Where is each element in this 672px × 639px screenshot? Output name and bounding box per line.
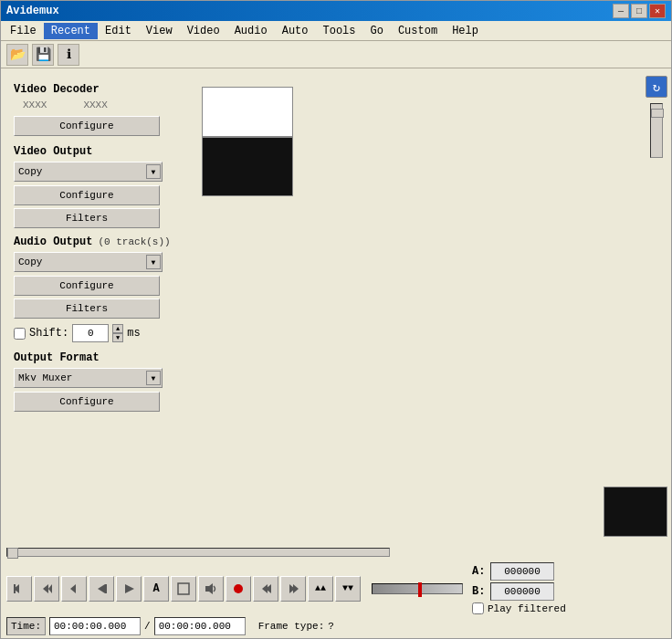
vertical-slider[interactable] [650, 103, 663, 158]
preview-black-area [202, 137, 293, 196]
video-output-filters-button[interactable]: Filters [14, 208, 160, 228]
status-bar: Time: 00:00:00.000 / 00:00:00.000 Frame … [6, 614, 666, 638]
prev-frame-button[interactable] [61, 576, 87, 602]
toolbar: 📂 💾 ℹ [1, 41, 671, 68]
play-filtered-row: Play filtered [472, 602, 566, 614]
a-marker-button[interactable]: A [143, 576, 169, 602]
controls-row: A [6, 562, 666, 614]
audio-output-label-row: Audio Output (0 track(s)) [14, 236, 180, 248]
close-button[interactable]: ✕ [649, 4, 666, 18]
svg-rect-1 [14, 584, 16, 593]
bottom-controls: A [1, 540, 671, 638]
video-output-configure-button[interactable]: Configure [14, 185, 160, 205]
transport-controls: A [6, 576, 361, 602]
volume-area [372, 583, 463, 594]
volume-track[interactable] [372, 583, 463, 594]
window-title: Avidemux [6, 5, 59, 17]
menu-tools[interactable]: Tools [316, 23, 363, 39]
step-back-button[interactable] [34, 576, 59, 602]
slow-button[interactable]: ▲▲ [308, 576, 333, 602]
shift-checkbox[interactable] [14, 328, 26, 340]
audio-output-dropdown[interactable]: Copy AAC MP3 AC3 [14, 252, 163, 272]
audio-output-filters-button[interactable]: Filters [14, 299, 160, 319]
video-output-dropdown[interactable]: Copy MPEG-4 AVC MPEG-4 ASP FFV1 [14, 162, 163, 182]
a-input[interactable] [490, 562, 554, 581]
shift-input[interactable] [72, 324, 109, 342]
output-format-label: Output Format [14, 351, 180, 364]
b-input[interactable] [490, 582, 554, 601]
clear-button[interactable] [171, 576, 196, 602]
menu-go[interactable]: Go [363, 23, 391, 39]
skip-forward-button[interactable] [280, 576, 306, 602]
svg-marker-14 [293, 584, 299, 593]
left-panel: Video Decoder XXXX XXXX Configure Video … [1, 68, 193, 540]
info-button[interactable]: ℹ [58, 44, 79, 66]
output-format-dropdown[interactable]: Mkv Muxer AVI Muxer MP4 Muxer [14, 368, 163, 388]
volume-thumb [418, 582, 422, 597]
video-output-dropdown-wrap: Copy MPEG-4 AVC MPEG-4 ASP FFV1 ▼ [14, 162, 163, 182]
shift-spin-buttons: ▲ ▼ [112, 324, 123, 342]
seek-track[interactable] [6, 548, 390, 557]
menu-video[interactable]: Video [180, 23, 227, 39]
video-decoder-configure-button[interactable]: Configure [14, 116, 160, 136]
menu-recent[interactable]: Recent [44, 23, 98, 39]
svg-rect-6 [105, 584, 107, 593]
skip-back-button[interactable] [253, 576, 278, 602]
right-controls: A: B: Play filtered [472, 562, 566, 614]
audio-output-configure-button[interactable]: Configure [14, 276, 160, 296]
refresh-button[interactable]: ↻ [646, 76, 667, 98]
rewind-start-button[interactable] [6, 576, 32, 602]
svg-point-10 [234, 584, 243, 593]
preview-white-area [202, 87, 293, 137]
title-bar: Avidemux — □ ✕ [1, 1, 671, 21]
right-panel: ↻ [193, 68, 671, 540]
save-button[interactable]: 💾 [32, 44, 54, 66]
b-label: B: [472, 585, 487, 598]
track-count: (0 track(s)) [98, 236, 170, 247]
menu-auto[interactable]: Auto [275, 23, 316, 39]
seek-thumb[interactable] [7, 548, 18, 559]
shift-row: Shift: ▲ ▼ ms [14, 324, 180, 342]
svg-marker-2 [43, 584, 48, 593]
a-marker-row: A: [472, 562, 566, 581]
menu-view[interactable]: View [139, 23, 180, 39]
open-file-button[interactable]: 📂 [6, 44, 28, 66]
menu-audio[interactable]: Audio [227, 23, 275, 39]
svg-rect-8 [178, 583, 189, 594]
frame-type-value: ? [328, 621, 334, 632]
vertical-slider-thumb [651, 109, 664, 118]
record-button[interactable] [226, 576, 251, 602]
decoder-values-row: XXXX XXXX [23, 100, 180, 110]
maximize-button[interactable]: □ [631, 4, 647, 18]
main-window: Avidemux — □ ✕ File Recent Edit View Vid… [0, 0, 672, 639]
window-controls: — □ ✕ [613, 4, 666, 18]
menu-custom[interactable]: Custom [391, 23, 445, 39]
video-decoder-label: Video Decoder [14, 83, 180, 96]
menu-edit[interactable]: Edit [98, 23, 139, 39]
decoder-value-2: XXXX [83, 100, 107, 110]
play-filtered-checkbox[interactable] [472, 602, 484, 614]
menu-help[interactable]: Help [445, 23, 486, 39]
shift-unit: ms [127, 327, 140, 340]
svg-marker-4 [70, 584, 76, 593]
svg-marker-7 [125, 584, 134, 593]
main-content: Video Decoder XXXX XXXX Configure Video … [1, 68, 671, 638]
audio-output-dropdown-wrap: Copy AAC MP3 AC3 ▼ [14, 252, 163, 272]
shift-down-button[interactable]: ▼ [112, 333, 123, 342]
minimize-button[interactable]: — [613, 4, 629, 18]
output-format-configure-button[interactable]: Configure [14, 392, 160, 412]
total-time-display: 00:00:00.000 [154, 617, 246, 635]
shift-up-button[interactable]: ▲ [112, 324, 123, 333]
play-filtered-label: Play filtered [488, 603, 566, 614]
svg-marker-3 [48, 584, 52, 593]
audio-output-label: Audio Output [14, 236, 92, 248]
menu-file[interactable]: File [3, 23, 44, 39]
audio-button[interactable] [198, 576, 224, 602]
preview-container [202, 87, 293, 196]
play-button[interactable] [116, 576, 142, 602]
decoder-value-1: XXXX [23, 100, 47, 110]
svg-marker-5 [98, 584, 105, 593]
play-reverse-button[interactable] [89, 576, 114, 602]
svg-marker-9 [205, 583, 213, 594]
fast-button[interactable]: ▼▼ [335, 576, 361, 602]
